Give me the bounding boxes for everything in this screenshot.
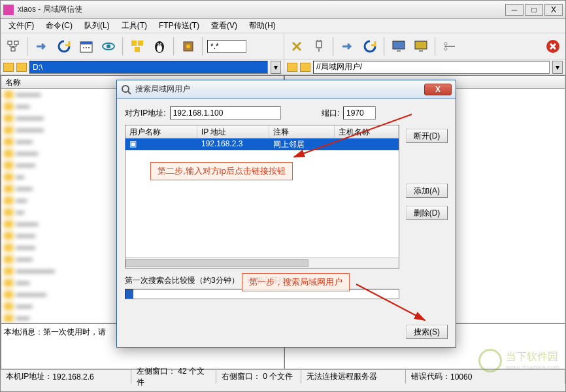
plug-icon[interactable] — [309, 37, 329, 56]
right-path-input[interactable] — [313, 61, 550, 74]
titlebar: xiaos - 局域网信使 ─ □ X — [1, 1, 565, 19]
left-log-text: 本地消息：第一次使用时，请 — [4, 327, 106, 336]
watermark-logo-icon — [478, 349, 502, 372]
svg-point-6 — [86, 47, 87, 48]
menubar: 文件(F) 命令(C) 队列(L) 工具(T) FTP传送(T) 查看(V) 帮… — [1, 19, 565, 33]
arrow-right-icon[interactable] — [338, 37, 358, 56]
monitor-icon[interactable] — [389, 37, 408, 56]
scissors-icon[interactable] — [440, 37, 459, 56]
mask-input[interactable] — [207, 40, 246, 53]
folder-icon[interactable] — [3, 63, 14, 72]
err-label: 错误代码： — [411, 371, 450, 382]
close-button[interactable]: X — [544, 4, 563, 16]
svg-rect-25 — [415, 41, 427, 49]
left-path-dropdown[interactable]: ▾ — [271, 61, 281, 74]
svg-rect-4 — [80, 42, 92, 44]
table-scrollbar[interactable] — [125, 257, 399, 268]
table-row[interactable]: ▣ 192.168.2.3 网上邻居 — [125, 139, 399, 150]
ip-label: 本机IP地址： — [6, 371, 52, 382]
menu-help[interactable]: 帮助(H) — [244, 19, 281, 33]
col-user[interactable]: 用户名称 — [125, 125, 197, 138]
disconnect-button[interactable]: 断开(D) — [406, 129, 448, 143]
watermark: 当下软件园 www.downxia.com — [478, 349, 559, 372]
ip-value: 192.168.2.6 — [52, 372, 93, 382]
user-table[interactable]: 用户名称 IP 地址 注释 主机名称 ▣ 192.168.2.3 网上邻居 — [125, 125, 399, 269]
refresh-icon[interactable] — [360, 37, 380, 56]
dialog-titlebar[interactable]: 搜索局域网用户 X — [117, 80, 456, 99]
watermark-url: www.downxia.com — [506, 364, 559, 371]
annotation-step2: 第二步,输入对方ip后点击链接按钮 — [150, 162, 293, 180]
svg-rect-24 — [397, 50, 401, 52]
svg-point-9 — [107, 44, 110, 48]
arrow-right-icon[interactable] — [32, 37, 52, 56]
annotation-step1: 第一步，搜索局域网用户 — [242, 273, 350, 291]
left-path-input[interactable] — [29, 61, 268, 74]
maximize-button[interactable]: □ — [525, 4, 543, 16]
port-label: 端口: — [322, 108, 339, 119]
ip-label: 对方IP地址: — [125, 108, 166, 119]
svg-point-18 — [186, 44, 190, 48]
disconnect-icon[interactable] — [287, 37, 307, 56]
cell-ip: 192.168.2.3 — [197, 139, 269, 150]
network-icon[interactable] — [3, 37, 23, 56]
blocks-icon[interactable] — [127, 37, 147, 56]
dialog-close-button[interactable]: X — [424, 84, 452, 95]
port-input[interactable] — [343, 106, 376, 120]
up-folder-icon[interactable] — [300, 63, 310, 72]
col-comment[interactable]: 注释 — [269, 125, 335, 138]
eye-icon[interactable] — [99, 37, 118, 56]
err-value: 10060 — [450, 372, 472, 382]
up-folder-icon[interactable] — [16, 63, 27, 72]
svg-point-5 — [83, 47, 84, 48]
svg-rect-2 — [11, 48, 15, 51]
folder-icon[interactable] — [287, 63, 297, 72]
app-icon — [3, 5, 14, 15]
refresh-icon[interactable] — [54, 37, 74, 56]
stop-icon[interactable] — [543, 37, 563, 56]
delete-button[interactable]: 删除(D) — [406, 206, 448, 220]
tools-icon[interactable] — [178, 37, 198, 56]
conn-status: 无法连接远程服务器 — [301, 370, 406, 384]
svg-rect-26 — [419, 50, 423, 52]
svg-rect-23 — [393, 41, 405, 49]
svg-rect-19 — [316, 41, 322, 48]
minimize-button[interactable]: ─ — [505, 4, 524, 16]
svg-rect-1 — [14, 41, 18, 44]
window-title: xiaos - 局域网信使 — [18, 4, 505, 15]
search-icon — [121, 84, 131, 95]
svg-rect-11 — [138, 41, 143, 46]
search-lan-dialog: 搜索局域网用户 X 对方IP地址: 端口: 用户名称 IP 地址 注释 主机名称… — [116, 80, 456, 348]
monitor-alt-icon[interactable] — [411, 37, 431, 56]
calendar-icon[interactable] — [76, 37, 96, 56]
add-button[interactable]: 添加(A) — [406, 184, 448, 198]
toolbar — [1, 33, 565, 59]
menu-queue[interactable]: 队列(L) — [79, 19, 115, 33]
penguin-icon[interactable] — [150, 37, 169, 56]
menu-command[interactable]: 命令(C) — [41, 19, 78, 33]
right-path-dropdown[interactable]: ▾ — [552, 61, 563, 74]
search-button[interactable]: 搜索(S) — [406, 325, 448, 339]
path-row: ▾ ▾ — [1, 59, 565, 75]
col-ip[interactable]: IP 地址 — [197, 125, 269, 138]
svg-rect-12 — [135, 47, 140, 52]
col-host[interactable]: 主机名称 — [335, 125, 399, 138]
svg-point-27 — [444, 42, 447, 45]
right-count: 右侧窗口： 0 个文件 — [216, 370, 301, 384]
cell-host — [335, 139, 399, 150]
svg-point-28 — [444, 48, 447, 50]
menu-ftp[interactable]: FTP传送(T) — [154, 19, 205, 33]
svg-point-30 — [122, 86, 129, 92]
left-count: 左侧窗口： 42 个文件 — [131, 370, 216, 384]
ip-input[interactable] — [170, 106, 281, 120]
menu-view[interactable]: 查看(V) — [206, 19, 242, 33]
svg-point-16 — [160, 43, 161, 44]
watermark-text: 当下软件园 — [506, 350, 559, 364]
menu-file[interactable]: 文件(F) — [3, 19, 39, 33]
progress-fill — [125, 289, 133, 299]
svg-rect-10 — [131, 41, 137, 46]
svg-rect-0 — [8, 41, 12, 44]
menu-tools[interactable]: 工具(T) — [116, 19, 152, 33]
svg-line-31 — [128, 91, 131, 94]
svg-point-7 — [88, 47, 90, 48]
dialog-title: 搜索局域网用户 — [135, 84, 424, 95]
